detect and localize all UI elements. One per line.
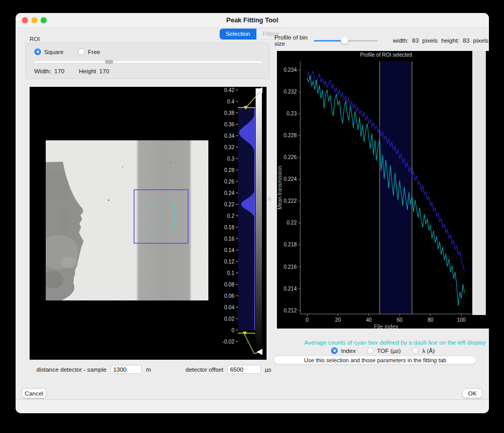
bin-size-slider[interactable] xyxy=(314,40,378,42)
offset-param-group: detector offset µs xyxy=(185,365,271,374)
roi-size-slider[interactable] xyxy=(33,60,263,63)
colorbar-tick-label: 0.1 xyxy=(227,270,234,276)
roi-dimensions: Width:170Height170 xyxy=(34,68,112,74)
roi-height-label: Height xyxy=(79,68,96,74)
colorbar-tick-label: 0.28 xyxy=(224,167,235,173)
roi-size-slider-thumb[interactable] xyxy=(105,60,113,64)
distance-unit: m xyxy=(146,366,151,373)
bin-height-unit: pixels xyxy=(473,37,488,44)
bin-width-value: 83 xyxy=(412,37,419,44)
colorbar-tick-label: 0.22 xyxy=(224,202,235,207)
bin-size-slider-fill xyxy=(314,40,344,42)
left-image-display[interactable]: 0.420.40.380.360.340.320.30.280.260.240.… xyxy=(30,87,267,360)
colorbar-tick-label: 0.38 xyxy=(224,110,235,116)
radio-index-control[interactable] xyxy=(331,347,338,354)
colorbar-gradient xyxy=(256,88,262,355)
radio-free-control[interactable] xyxy=(78,48,85,55)
bin-width-unit: pixels xyxy=(422,37,437,44)
radio-tof-label: TOF (µs) xyxy=(377,348,401,354)
radio-tof[interactable]: TOF (µs) xyxy=(367,347,401,354)
colorbar-tick-label: 0.3 xyxy=(227,156,234,162)
y-tick-label: 0.214 xyxy=(284,286,297,292)
bin-size-row: Profile of bin size width:83pixelsheight… xyxy=(274,36,488,45)
cancel-button[interactable]: Cancel xyxy=(22,388,46,398)
colorbar-tick-label: 0.24 xyxy=(224,190,235,196)
y-tick-label: 0.226 xyxy=(284,154,297,160)
distance-input[interactable] xyxy=(111,365,142,374)
colorbar-tick-label: 0.12 xyxy=(224,259,235,265)
colorbar-tick-label: 0.26 xyxy=(224,179,235,185)
selection-band xyxy=(380,61,412,314)
titlebar[interactable]: Peak Fitting Tool xyxy=(16,13,489,28)
use-selection-button[interactable]: Use this selection and those parameters … xyxy=(274,356,476,364)
y-tick-label: 0.218 xyxy=(284,242,297,247)
radio-lambda[interactable]: λ (Å) xyxy=(412,347,434,354)
colorbar-tick-label: 0.02 xyxy=(224,316,235,322)
radio-free[interactable]: Free xyxy=(78,48,100,55)
bin-size-values: width:83pixelsheight:83pixels xyxy=(389,37,488,44)
offset-input[interactable] xyxy=(228,365,261,374)
y-tick-label: 0.216 xyxy=(284,264,297,270)
app-window: Peak Fitting Tool Selection Fitting ROI … xyxy=(16,13,489,413)
x-tick-label: 100 xyxy=(457,317,466,323)
y-tick-label: 0.212 xyxy=(284,308,297,313)
bin-width-label: width: xyxy=(393,37,408,44)
bin-size-slider-thumb[interactable] xyxy=(341,37,348,44)
colorbar-tick-label: 0.16 xyxy=(224,236,235,242)
chart-title: Profile of ROI selected xyxy=(360,52,412,58)
distance-label: distance detector - sample xyxy=(36,366,107,373)
radio-square-label: Square xyxy=(44,49,63,55)
colorbar-tick-label: 0.32 xyxy=(224,145,235,150)
ok-button[interactable]: OK xyxy=(462,388,482,398)
x-tick-label: 40 xyxy=(366,317,372,323)
offset-label: detector offset xyxy=(185,366,223,373)
roi-group-label: ROI xyxy=(30,36,40,42)
tab-selection[interactable]: Selection xyxy=(219,29,256,40)
colorbar-tick-label: 0.34 xyxy=(224,133,235,139)
colorbar-tick-label: 0.36 xyxy=(224,122,235,127)
y-tick-label: 0.228 xyxy=(284,133,297,138)
y-tick-label: 0.234 xyxy=(284,67,297,73)
radio-tof-control[interactable] xyxy=(367,347,374,354)
offset-unit: µs xyxy=(265,366,271,373)
cyan-note: Average counts of cyan box defined by a … xyxy=(277,339,486,346)
splitter-handle[interactable] xyxy=(268,197,271,201)
colorbar-tick-label: -0.02 xyxy=(222,339,234,345)
colorbar-tick-label: 0.06 xyxy=(224,293,235,299)
y-tick-label: 0.222 xyxy=(284,198,297,204)
colorbar-tick-label: 0.04 xyxy=(224,305,235,310)
radio-square[interactable]: Square xyxy=(34,48,63,55)
x-axis-label: File index xyxy=(374,323,399,329)
radio-free-label: Free xyxy=(88,49,100,55)
intensity-histogram-colorbar[interactable]: 0.420.40.380.360.340.320.30.280.260.240.… xyxy=(30,87,267,360)
colorbar-tick-label: 0.4 xyxy=(227,99,234,104)
colorbar-tick-label: 0.14 xyxy=(224,247,235,253)
colorbar-tick-label: 0.08 xyxy=(224,282,235,287)
colorbar-tick-label: 0.18 xyxy=(224,225,235,230)
profile-chart[interactable]: 0.2340.2320.230.2280.2260.2240.2220.220.… xyxy=(277,51,489,329)
radio-index-label: Index xyxy=(341,348,355,354)
y-tick-label: 0.232 xyxy=(284,89,297,95)
y-tick-label: 0.22 xyxy=(287,220,297,226)
scrollbar-track[interactable] xyxy=(472,51,486,315)
bin-height-value: 83 xyxy=(463,37,470,44)
roi-width-value: 170 xyxy=(55,68,64,74)
roi-group-box: Square Free Width:170Height170 xyxy=(25,43,270,79)
bin-size-label: Profile of bin size xyxy=(274,34,309,47)
window-title: Peak Fitting Tool xyxy=(16,13,489,28)
x-tick-label: 60 xyxy=(397,317,403,323)
bottom-strip xyxy=(16,400,489,413)
y-axis-label: Mean transmission xyxy=(277,166,283,209)
y-tick-label: 0.224 xyxy=(284,176,297,182)
roi-height-value: 170 xyxy=(99,68,109,74)
profile-chart-panel[interactable]: 0.2340.2320.230.2280.2260.2240.2220.220.… xyxy=(277,51,489,329)
distance-param-group: distance detector - sample m xyxy=(36,365,151,374)
x-tick-label: 80 xyxy=(428,317,434,323)
radio-lambda-label: λ (Å) xyxy=(422,348,434,354)
bin-height-label: height: xyxy=(441,37,459,44)
radio-square-control[interactable] xyxy=(34,48,41,55)
roi-width-label: Width: xyxy=(34,68,51,74)
radio-lambda-control[interactable] xyxy=(412,347,419,354)
radio-index[interactable]: Index xyxy=(331,347,355,354)
colorbar-tick-label: 0.2 xyxy=(227,213,234,219)
